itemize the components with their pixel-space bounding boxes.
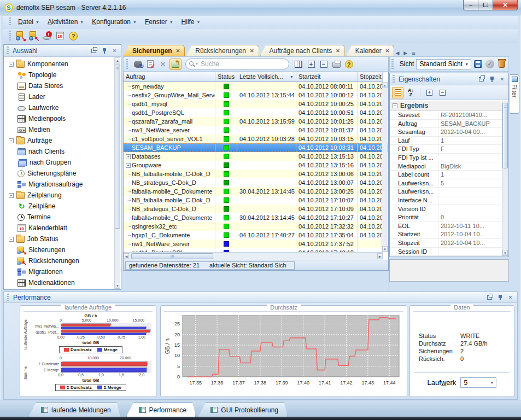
scroll-left-arrow[interactable]: ◀ <box>124 253 129 259</box>
menu-hilfe[interactable]: Hilfe▼ <box>178 17 204 27</box>
column-header-letzte-vollsich[interactable]: Letzte Vollsich...▼ <box>237 72 296 82</box>
maximize-button[interactable] <box>478 0 493 10</box>
table-row[interactable]: falballa-mobile_C_Dokumente30.04.2012 13… <box>124 213 388 222</box>
expand-all-button[interactable]: + <box>305 59 317 70</box>
column-header-stopzeit[interactable]: Stopzeit <box>358 72 383 82</box>
tab-close-icon[interactable]: ✕ <box>250 48 254 54</box>
float-panel-button[interactable] <box>478 76 485 83</box>
column-header-status[interactable]: Status <box>215 72 237 82</box>
property-row-fdi-typ[interactable]: FDI TypF <box>390 145 502 154</box>
column-header-auftrag[interactable]: Auftrag <box>124 72 215 82</box>
tab-sicherungen[interactable]: Sicherungen✕ <box>123 45 185 56</box>
column-settings-button[interactable] <box>292 59 305 70</box>
tree-item-medien[interactable]: Medien <box>4 124 114 135</box>
scroll-down-arrow[interactable]: ▼ <box>502 250 508 256</box>
tree-item-migrationen[interactable]: Migrationen <box>4 266 114 277</box>
table-row[interactable]: +Groupware04.10.2012 13:15:1604.10.20 <box>124 161 388 170</box>
property-row-auftrag[interactable]: AuftragSESAM_BACKUP <box>390 120 502 129</box>
bottom-tab-performance[interactable]: Performance <box>126 402 196 417</box>
table-row[interactable]: NB_falballa-mobile_C-Dok_D04.10.2012 17:… <box>124 196 388 205</box>
table-row[interactable]: c1_vol1pool_server_VOL104.10.2012 10:03:… <box>124 135 388 143</box>
scroll-right-arrow[interactable]: ▶ <box>377 253 383 259</box>
property-row-eol[interactable]: EOL2012-10-11 10... <box>390 222 502 231</box>
drive-select[interactable]: 5 ▼ <box>460 377 496 388</box>
tree-item-laufwerke[interactable]: Laufwerke <box>4 102 114 113</box>
tree-item-zeitpl-ne[interactable]: Zeitpläne <box>4 201 114 212</box>
help-button[interactable]: ? <box>343 59 355 70</box>
tab-scroll-right-icon[interactable]: ▶ <box>403 50 407 56</box>
apply-view-button[interactable]: ✓ <box>485 59 495 69</box>
panel-grip[interactable] <box>7 46 9 55</box>
tree-scrollbar[interactable]: ▲ ▼ <box>114 57 120 289</box>
refresh-button[interactable] <box>132 59 144 70</box>
table-row[interactable]: sm_newday04.10.2012 08:00:1104.10.20 <box>124 82 388 91</box>
toolbar-grip[interactable] <box>9 18 11 26</box>
toolbar-grip[interactable] <box>9 31 11 41</box>
table-row[interactable]: nw1_NetWare_server04.10.2012 17:37:52 <box>124 240 388 248</box>
menu-aktivit-ten[interactable]: Aktivitäten▼ <box>44 17 87 27</box>
tree-expander[interactable]: − <box>9 62 14 67</box>
splitter[interactable] <box>389 44 389 290</box>
table-row[interactable]: NB_strategus_C-Dok_D04.10.2012 13:00:070… <box>124 178 388 187</box>
calendar-sheet-button[interactable]: 10 <box>54 30 66 42</box>
tab-auftr-ge-nach-clients[interactable]: Aufträge nach Clients✕ <box>260 45 345 56</box>
table-row[interactable]: qsdb1_mysql04.10.2012 10:00:2504.10.20 <box>124 100 388 108</box>
column-header-startzeit[interactable]: Startzeit <box>296 72 358 82</box>
task-list-button[interactable] <box>144 59 156 70</box>
table-row[interactable]: hgxp1_C_Dokumente04.10.2012 17:40:2704.1… <box>124 231 388 240</box>
table-row[interactable]: NB_strategus_C-Dok_D04.10.2012 17:10:090… <box>124 205 388 213</box>
filter-side-tab[interactable]: Filter <box>510 74 519 114</box>
table-row[interactable]: qszarafa7_zarafa_mail04.10.2012 13:15:59… <box>124 117 388 126</box>
tree-item-komponenten[interactable]: −Komponenten <box>4 59 114 69</box>
bottom-tab-laufende-meldungen[interactable]: laufende Meldungen <box>28 402 120 417</box>
pin-panel-button[interactable] <box>496 294 504 301</box>
property-row-lauf[interactable]: Lauf1 <box>390 137 502 145</box>
tree-item-medienaktionen[interactable]: Medienaktionen <box>4 277 114 288</box>
property-row-session-id[interactable]: Session ID <box>390 248 502 256</box>
float-panel-button[interactable] <box>90 48 97 54</box>
menu-datei[interactable]: Datei▼ <box>15 17 43 27</box>
panel-grip[interactable] <box>7 294 9 301</box>
minimize-button[interactable]: – <box>463 0 478 10</box>
restore-jobs-button[interactable]: ↖ <box>28 30 40 42</box>
cancel-button[interactable]: ✕ <box>157 59 169 70</box>
messages-button[interactable]: i <box>41 30 53 42</box>
tree-item-nach-clients[interactable]: nach Clients <box>4 146 114 157</box>
property-row-priorit-t[interactable]: Priorität0 <box>390 213 502 222</box>
tree-item-termine[interactable]: Termine <box>4 212 114 223</box>
table-row[interactable]: SESAM_BACKUP04.10.2012 10:03:3104.10.20 <box>124 143 388 152</box>
property-row-laufwerksn[interactable]: Laufwerksn...5 <box>390 179 502 188</box>
tree-expander[interactable]: − <box>9 193 14 198</box>
help-button[interactable]: ? <box>67 30 79 42</box>
close-panel-button[interactable]: ✕ <box>111 48 118 54</box>
tab-list-icon[interactable]: ≡ <box>412 50 415 56</box>
property-row-label-count[interactable]: Label count1 <box>390 171 502 179</box>
table-row[interactable]: qsdb1_PostgreSQL04.10.2012 10:00:5104.10… <box>124 108 388 117</box>
scroll-thumb[interactable]: III <box>131 253 213 259</box>
print-button[interactable] <box>330 59 342 70</box>
property-row-sesamtag[interactable]: Sesamtag2012-10-04 00... <box>390 128 502 137</box>
toolbar-grip[interactable] <box>391 59 394 69</box>
property-row-stopzeit[interactable]: Stopzeit2012-10-04 10... <box>390 239 502 248</box>
tree-item-sicherungen[interactable]: Sicherungen <box>4 244 114 255</box>
view-select[interactable]: Standard Sicht ▼ <box>416 59 471 69</box>
properties-scrollbar[interactable]: ▼ <box>502 101 508 256</box>
tree-item-data-stores[interactable]: Data Stores <box>4 80 114 91</box>
scroll-up-arrow[interactable]: ▲ <box>382 82 388 88</box>
toolbar-grip[interactable] <box>126 59 128 69</box>
scroll-down-arrow[interactable]: ▼ <box>382 246 388 252</box>
table-row[interactable]: oesfix2_GroupWise_Mail_Server04.10.2012 … <box>124 91 388 100</box>
property-row-saveset[interactable]: SavesetRF2012100410... <box>390 111 502 120</box>
tab-r-cksicherungen[interactable]: Rücksicherungen✕ <box>186 45 259 56</box>
property-row-mediapool[interactable]: MediapoolBigDisk <box>390 162 502 171</box>
tree-item-sicherungspl-ne[interactable]: Sicherungspläne <box>4 168 114 179</box>
restore-view-button[interactable] <box>169 59 182 70</box>
scroll-thumb[interactable] <box>502 103 508 168</box>
backup-jobs-button[interactable]: ↘ <box>15 30 27 42</box>
collapse-groups-button[interactable]: − <box>437 87 448 98</box>
property-row-interface-n[interactable]: Interface N... <box>390 196 502 205</box>
row-expander[interactable]: + <box>126 163 131 168</box>
bottom-tab-gui-protokollierung[interactable]: GUI Protokollierung <box>198 402 288 417</box>
expand-groups-button[interactable]: + <box>424 87 435 98</box>
pin-panel-button[interactable] <box>488 76 495 83</box>
